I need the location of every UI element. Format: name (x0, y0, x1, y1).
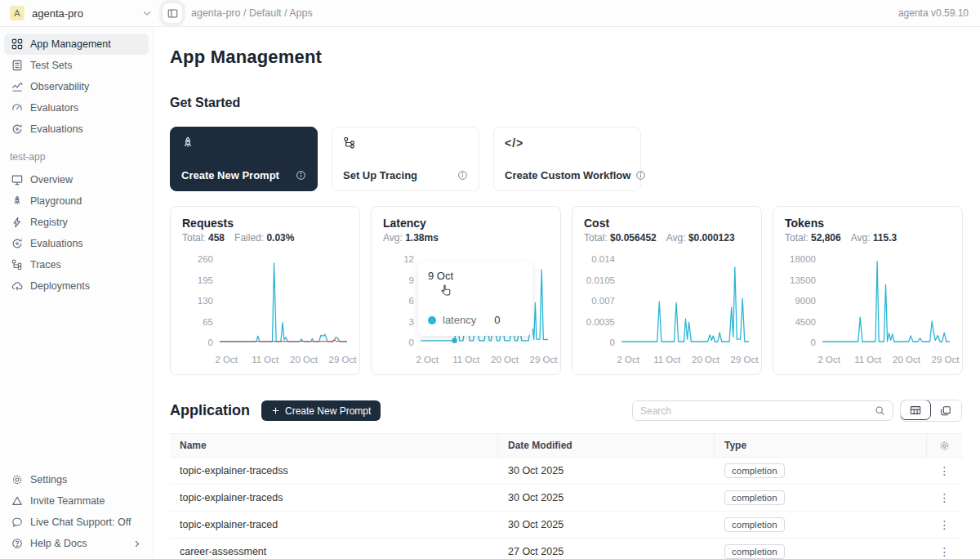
table-row[interactable]: topic-explainer-traced 30 Oct 2025 compl… (170, 512, 962, 539)
row-menu-button[interactable]: ⋮ (939, 521, 951, 529)
tooltip-series-label: latency (443, 314, 476, 326)
chart-stats: Total: 52,806Avg: 115.3 (785, 232, 951, 244)
y-axis-labels: 129630 (383, 255, 414, 347)
x-tick-label: 20 Oct (491, 355, 519, 364)
sidebar-item-help-docs[interactable]: Help & Docs (4, 533, 149, 554)
sidebar-item-invite-teammate[interactable]: Invite Teammate (4, 490, 149, 512)
rocket-icon (181, 136, 306, 150)
info-icon[interactable] (457, 170, 468, 181)
chart-title: Latency (383, 217, 549, 230)
chart-line-icon (11, 81, 23, 92)
search-box[interactable] (632, 400, 893, 421)
requests-chart[interactable] (219, 255, 348, 347)
app-date: 27 Oct 2025 (498, 546, 715, 557)
x-tick-label: 2 Oct (617, 355, 639, 364)
gauge-icon (11, 102, 23, 114)
breadcrumb[interactable]: agenta-pro / Default / Apps (191, 7, 313, 19)
sidebar-item-deployments[interactable]: Deployments (4, 275, 149, 297)
sidebar-item-evaluators[interactable]: Evaluators (4, 97, 149, 119)
get-started-cards: Create New Prompt Set Up Tracing </> Cre… (170, 127, 962, 191)
cost-chart[interactable] (621, 255, 750, 347)
chevron-right-icon (132, 539, 141, 548)
info-icon[interactable] (635, 170, 646, 181)
x-tick-label: 20 Oct (692, 355, 719, 364)
chart-stat: Failed: 0.03% (234, 232, 294, 244)
create-custom-workflow-card[interactable]: </> Create Custom Workflow (493, 127, 641, 191)
x-tick-label: 11 Oct (653, 355, 680, 364)
sidebar-item-playground[interactable]: Playground (4, 190, 149, 212)
set-up-tracing-card[interactable]: Set Up Tracing (332, 127, 479, 191)
chart-stat: Avg: $0.000123 (666, 232, 735, 244)
x-tick-label: 11 Oct (252, 355, 278, 364)
cloud-upload-icon (11, 280, 23, 292)
application-heading: Application (170, 402, 250, 419)
lightning-icon (11, 217, 23, 228)
column-header-name[interactable]: Name (170, 434, 498, 457)
sidebar-item-label: Live Chat Support: Off (30, 517, 131, 528)
metrics-cards: Requests Total: 458Failed: 0.03% 2601951… (170, 206, 962, 375)
version-label: agenta v0.59.10 (898, 7, 969, 19)
sidebar-item-overview[interactable]: Overview (4, 169, 149, 190)
chevron-down-icon (142, 8, 152, 18)
app-date: 30 Oct 2025 (498, 492, 715, 503)
plus-icon (271, 406, 280, 415)
y-axis-labels: 260195130650 (182, 255, 213, 347)
sidebar-item-traces[interactable]: Traces (4, 254, 149, 275)
topbar: A agenta-pro agenta-pro / Default / Apps… (0, 0, 980, 27)
sidebar-item-app-management[interactable]: App Management (4, 34, 149, 55)
sidebar-item-label: Deployments (30, 280, 90, 292)
sidebar-item-app-evaluations[interactable]: Evaluations (4, 233, 149, 254)
sidebar-item-label: Evaluators (30, 102, 78, 114)
x-tick-label: 20 Oct (893, 355, 920, 364)
card-view-button[interactable] (930, 400, 961, 421)
sidebar-item-label: Registry (30, 217, 68, 228)
info-icon[interactable] (296, 170, 306, 181)
sidebar-item-label: Evaluations (30, 123, 83, 135)
column-settings-button[interactable] (927, 440, 962, 451)
sidebar-footer: Settings Invite Teammate Live Chat Suppo… (0, 469, 153, 554)
hand-cursor-icon (439, 284, 452, 301)
table-row[interactable]: career-assessment 27 Oct 2025 completion… (170, 539, 962, 559)
tokens-chart[interactable] (822, 255, 951, 347)
sidebar-item-settings[interactable]: Settings (4, 469, 149, 490)
row-menu-button[interactable]: ⋮ (939, 494, 951, 502)
code-icon: </> (505, 136, 630, 150)
workspace-selector[interactable]: A agenta-pro (10, 6, 152, 20)
chart-stat: Avg: 1.38ms (383, 232, 439, 244)
table-row[interactable]: topic-explainer-tracedss 30 Oct 2025 com… (170, 458, 962, 485)
sidebar-item-observability[interactable]: Observability (4, 76, 149, 97)
create-new-prompt-button[interactable]: Create New Prompt (261, 400, 381, 421)
column-header-date[interactable]: Date Modified (498, 434, 715, 457)
sidebar-item-live-chat[interactable]: Live Chat Support: Off (4, 512, 149, 533)
x-tick-label: 29 Oct (530, 355, 558, 364)
sidebar: App Management Test Sets Observability E… (0, 27, 154, 559)
search-input[interactable] (640, 405, 875, 417)
create-new-prompt-card[interactable]: Create New Prompt (170, 127, 318, 191)
app-name: topic-explainer-traceds (170, 492, 498, 503)
sidebar-item-label: Test Sets (30, 60, 72, 71)
series-cost (621, 267, 749, 342)
y-axis-labels: 0.0140.01050.0070.00350 (584, 255, 615, 347)
table-row[interactable]: topic-explainer-traceds 30 Oct 2025 comp… (170, 485, 962, 512)
card-label: Set Up Tracing (343, 169, 417, 181)
type-badge: completion (724, 463, 785, 478)
row-menu-button[interactable]: ⋮ (939, 548, 951, 556)
chart-stat: Total: $0.056452 (584, 232, 657, 244)
sidebar-item-test-sets[interactable]: Test Sets (4, 55, 149, 76)
tooltip-date: 9 Oct (428, 270, 523, 282)
x-axis-labels: 2 Oct11 Oct20 Oct29 Oct (825, 355, 954, 369)
y-axis-labels: 1800013500900045000 (785, 255, 816, 347)
sidebar-item-registry[interactable]: Registry (4, 212, 149, 233)
sidebar-item-label: Invite Teammate (30, 495, 105, 507)
sidebar-item-label: Help & Docs (30, 538, 87, 549)
gear-icon (939, 440, 950, 451)
type-badge: completion (724, 544, 785, 559)
column-header-type[interactable]: Type (715, 434, 927, 457)
row-menu-button[interactable]: ⋮ (939, 467, 951, 475)
sidebar-toggle-button[interactable] (162, 2, 183, 24)
table-view-button[interactable] (900, 400, 931, 420)
refresh-circle-icon (11, 123, 23, 135)
latency-chart-card: Latency Avg: 1.38ms 129630 2 Oct11 Oct20… (371, 206, 561, 375)
create-button-label: Create New Prompt (285, 405, 371, 417)
sidebar-item-evaluations[interactable]: Evaluations (4, 119, 149, 140)
